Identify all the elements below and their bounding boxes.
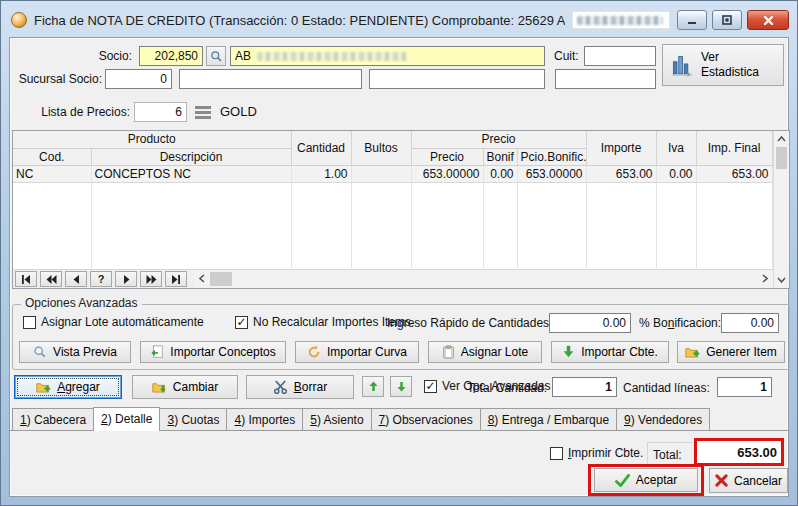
importar-conceptos-button[interactable]: Importar Conceptos <box>140 341 286 363</box>
cantidad-lineas-label: Cantidad líneas: <box>623 378 710 398</box>
tab-importes[interactable]: 4) Importes <box>226 408 303 430</box>
tab-observaciones[interactable]: 7) Observaciones <box>371 408 481 430</box>
importar-curva-button[interactable]: Importar Curva <box>295 341 419 363</box>
tab-detalle[interactable]: 2) Detalle <box>93 407 160 431</box>
sucursal-label: Sucursal Socio: <box>12 69 102 89</box>
ver-estadistica-button[interactable]: Ver Estadistica <box>662 44 784 86</box>
socio-label: Socio: <box>40 46 132 66</box>
nav-fast-next-button[interactable] <box>140 271 162 287</box>
horizontal-scroll-thumb[interactable] <box>210 272 232 286</box>
sucursal-field[interactable] <box>105 69 172 89</box>
import-document-icon <box>150 345 164 359</box>
checkbox-unchecked-icon <box>23 316 36 329</box>
asignar-lote-auto-checkbox[interactable]: Asignar Lote automáticamente <box>23 315 204 329</box>
items-table: Producto Cantidad Bultos Precio Importe … <box>13 131 773 268</box>
download-arrow-icon <box>562 345 575 359</box>
imprimir-cbte-checkbox[interactable]: Imprimir Cbte. <box>550 446 643 460</box>
price-list-menu-button[interactable] <box>194 104 212 123</box>
col-group-precio: Precio <box>411 131 586 148</box>
no-recalcular-checkbox[interactable]: ✓ No Recalcular Importes Items <box>235 315 411 329</box>
app-icon <box>11 12 27 28</box>
col-bonif: Bonif <box>483 148 517 165</box>
importar-cbte-button[interactable]: Importar Cbte. <box>551 341 669 363</box>
redacted-socio-name <box>257 52 407 61</box>
scroll-right-icon[interactable] <box>757 270 773 286</box>
cell-importe: 653.00 <box>586 165 656 182</box>
nav-last-button[interactable] <box>165 271 187 287</box>
cantidad-lineas-field[interactable] <box>717 377 772 397</box>
socio-code-field[interactable] <box>139 46 203 66</box>
minimize-button[interactable] <box>677 10 707 30</box>
cancelar-button[interactable]: Cancelar <box>709 468 788 493</box>
vista-previa-button[interactable]: Vista Previa <box>19 341 131 363</box>
col-pcio-bonific: Pcio.Bonific. <box>517 148 586 165</box>
empty-grid-area <box>13 182 772 268</box>
maximize-button[interactable] <box>712 10 742 30</box>
checkbox-checked-icon: ✓ <box>424 380 437 393</box>
refresh-icon <box>307 345 321 359</box>
green-down-arrow-icon <box>397 381 406 392</box>
nav-next-button[interactable] <box>115 271 137 287</box>
move-up-button[interactable] <box>362 376 384 397</box>
vertical-scroll-thumb[interactable] <box>776 147 787 169</box>
tab-cabecera[interactable]: 1) Cabecera <box>12 408 94 430</box>
ver-estadistica-label: Ver Estadistica <box>701 50 777 80</box>
nav-prev-button[interactable] <box>65 271 87 287</box>
close-button[interactable] <box>747 10 789 30</box>
nav-fast-prev-button[interactable] <box>40 271 62 287</box>
opciones-avanzadas-group: Opciones Avanzadas Asignar Lote automáti… <box>12 304 790 370</box>
scroll-down-icon[interactable] <box>774 272 789 288</box>
tab-vendedores[interactable]: 9) Vendedores <box>616 408 710 430</box>
cuit-label: Cuit: <box>554 46 579 66</box>
lista-precios-field[interactable] <box>134 102 187 122</box>
folder-down-icon <box>152 381 167 394</box>
ingreso-rapido-field[interactable] <box>549 313 631 333</box>
dialog-body: Socio: AB Cuit: Ver Estadistica Sucursal… <box>9 37 789 497</box>
item-row[interactable]: NC CONCEPTOS NC 1.00 653.00000 0.00 653.… <box>13 165 772 182</box>
nav-first-button[interactable] <box>15 271 37 287</box>
price-list-name: GOLD <box>220 102 257 122</box>
cambiar-button[interactable]: Cambiar <box>132 375 238 399</box>
bonificacion-field[interactable] <box>721 313 779 333</box>
green-check-icon <box>615 474 630 487</box>
aceptar-highlight: Aceptar <box>588 464 704 496</box>
folder-plus-icon <box>685 346 700 359</box>
redacted-customer-name <box>572 11 670 29</box>
lista-precios-label: Lista de Precios: <box>30 102 130 122</box>
asignar-lote-button[interactable]: Asignar Lote <box>428 341 542 363</box>
total-value-field[interactable] <box>697 442 781 462</box>
maximize-icon <box>722 15 732 25</box>
bar-chart-icon <box>669 52 695 78</box>
scroll-up-icon[interactable] <box>774 131 789 147</box>
col-importe: Importe <box>586 131 656 165</box>
cell-iva: 0.00 <box>656 165 696 182</box>
borrar-button[interactable]: Borrar <box>246 375 354 399</box>
extra-field-3[interactable] <box>555 69 656 89</box>
folder-plus-icon <box>36 381 51 394</box>
checkbox-unchecked-icon <box>550 447 563 460</box>
cell-pcio-bonific: 653.00000 <box>517 165 586 182</box>
bonificacion-label: % Bonificacion: <box>639 313 721 333</box>
tab-cuotas[interactable]: 3) Cuotas <box>159 408 227 430</box>
tab-entrega-embarque[interactable]: 8) Entrega / Embarque <box>480 408 617 430</box>
cuit-field[interactable] <box>584 46 656 66</box>
generer-item-button[interactable]: Generer Item <box>677 341 785 363</box>
socio-name-field[interactable]: AB <box>230 46 545 66</box>
move-down-button[interactable] <box>390 376 412 397</box>
col-group-producto: Producto <box>13 131 291 148</box>
tab-asiento[interactable]: 5) Asiento <box>302 408 371 430</box>
col-imp-final: Imp. Final <box>696 131 772 165</box>
aceptar-button[interactable]: Aceptar <box>594 468 698 492</box>
socio-search-button[interactable] <box>206 46 226 66</box>
nav-search-button[interactable]: ? <box>90 271 112 287</box>
grid-vertical-scrollbar[interactable] <box>773 131 789 288</box>
agregar-button[interactable]: Agregar <box>14 375 122 399</box>
scroll-left-icon[interactable] <box>194 270 210 286</box>
extra-field-2[interactable] <box>369 69 545 89</box>
clipboard-icon <box>442 345 455 359</box>
red-x-icon <box>715 474 728 487</box>
extra-field-1[interactable] <box>179 69 362 89</box>
total-cantidad-field[interactable] <box>552 377 617 397</box>
cell-bonif: 0.00 <box>483 165 517 182</box>
grid-horizontal-scrollbar[interactable] <box>194 270 773 288</box>
